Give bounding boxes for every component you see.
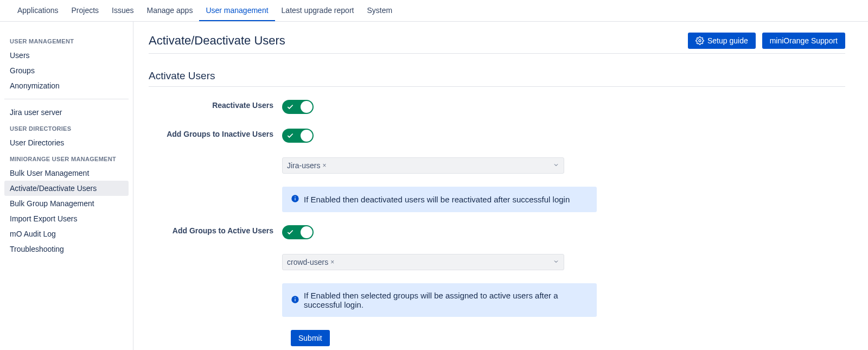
active-groups-select[interactable]: crowd-users × — [282, 254, 564, 270]
chip-label: Jira-users — [287, 161, 320, 170]
info-text: If Enabled then selected groups will be … — [304, 291, 588, 309]
info-icon — [291, 295, 299, 306]
sidebar-item-users[interactable]: Users — [4, 48, 129, 63]
toggle-knob — [301, 101, 312, 113]
page-title: Activate/Deactivate Users — [149, 34, 285, 48]
chip-crowd-users: crowd-users × — [287, 258, 334, 266]
nav-applications[interactable]: Applications — [11, 1, 65, 21]
sidebar-item-troubleshooting[interactable]: Troubleshooting — [4, 241, 129, 257]
sidebar-item-import-export-users[interactable]: Import Export Users — [4, 211, 129, 226]
svg-point-0 — [699, 40, 701, 42]
add-groups-active-label: Add Groups to Active Users — [149, 225, 282, 235]
submit-label: Submit — [298, 334, 322, 342]
sidebar-item-bulk-user-management[interactable]: Bulk User Management — [4, 166, 129, 181]
sidebar-item-user-directories[interactable]: User Directories — [4, 135, 129, 150]
chip-label: crowd-users — [287, 258, 328, 266]
add-groups-inactive-toggle[interactable] — [282, 129, 314, 143]
nav-latest-upgrade-report[interactable]: Latest upgrade report — [275, 1, 361, 21]
section-title: Activate Users — [149, 70, 845, 87]
reactivate-users-toggle[interactable] — [282, 100, 314, 114]
sidebar-divider — [4, 99, 129, 99]
sidebar-item-anonymization[interactable]: Anonymization — [4, 78, 129, 93]
check-icon — [286, 103, 294, 111]
sidebar-section-user-directories: USER DIRECTORIES — [4, 120, 129, 135]
chevron-down-icon[interactable] — [553, 161, 559, 170]
check-icon — [286, 228, 294, 236]
chip-remove-icon[interactable]: × — [322, 162, 326, 169]
sidebar: USER MANAGEMENT Users Groups Anonymizati… — [0, 22, 133, 350]
sidebar-item-groups[interactable]: Groups — [4, 63, 129, 78]
nav-issues[interactable]: Issues — [105, 1, 140, 21]
sidebar-item-activate-deactivate-users[interactable]: Activate/Deactivate Users — [4, 181, 129, 196]
support-label: miniOrange Support — [770, 36, 838, 45]
nav-system[interactable]: System — [360, 1, 399, 21]
nav-user-management[interactable]: User management — [199, 1, 275, 21]
info-text: If Enabled then deactivated users will b… — [304, 195, 570, 204]
sidebar-item-mo-audit-log[interactable]: mO Audit Log — [4, 226, 129, 241]
info-icon — [291, 194, 299, 205]
nav-projects[interactable]: Projects — [65, 1, 106, 21]
chip-jira-users: Jira-users × — [287, 161, 326, 170]
add-groups-active-toggle[interactable] — [282, 225, 314, 239]
page-header: Activate/Deactivate Users Setup guide mi… — [149, 33, 845, 54]
inactive-groups-select[interactable]: Jira-users × — [282, 157, 564, 174]
top-nav: Applications Projects Issues Manage apps… — [0, 0, 868, 22]
nav-manage-apps[interactable]: Manage apps — [141, 1, 200, 21]
toggle-knob — [301, 130, 312, 142]
main-content: Activate/Deactivate Users Setup guide mi… — [133, 22, 860, 350]
chevron-down-icon[interactable] — [553, 258, 559, 266]
sidebar-item-bulk-group-management[interactable]: Bulk Group Management — [4, 196, 129, 211]
svg-point-6 — [295, 297, 296, 298]
setup-guide-label: Setup guide — [707, 36, 748, 45]
sidebar-section-user-management: USER MANAGEMENT — [4, 33, 129, 48]
sidebar-item-jira-user-server[interactable]: Jira user server — [4, 105, 129, 120]
info-banner-inactive: If Enabled then deactivated users will b… — [282, 187, 597, 212]
setup-guide-button[interactable]: Setup guide — [688, 33, 756, 49]
info-banner-active: If Enabled then selected groups will be … — [282, 283, 597, 317]
svg-point-3 — [295, 196, 296, 198]
chip-remove-icon[interactable]: × — [330, 258, 334, 266]
reactivate-users-label: Reactivate Users — [149, 100, 282, 110]
add-groups-inactive-label: Add Groups to Inactive Users — [149, 129, 282, 138]
sidebar-section-miniorange: MINIORANGE USER MANAGEMENT — [4, 150, 129, 166]
check-icon — [286, 132, 294, 139]
submit-button[interactable]: Submit — [291, 330, 330, 346]
toggle-knob — [301, 226, 312, 238]
miniorange-support-button[interactable]: miniOrange Support — [762, 33, 845, 49]
gear-icon — [695, 36, 704, 45]
